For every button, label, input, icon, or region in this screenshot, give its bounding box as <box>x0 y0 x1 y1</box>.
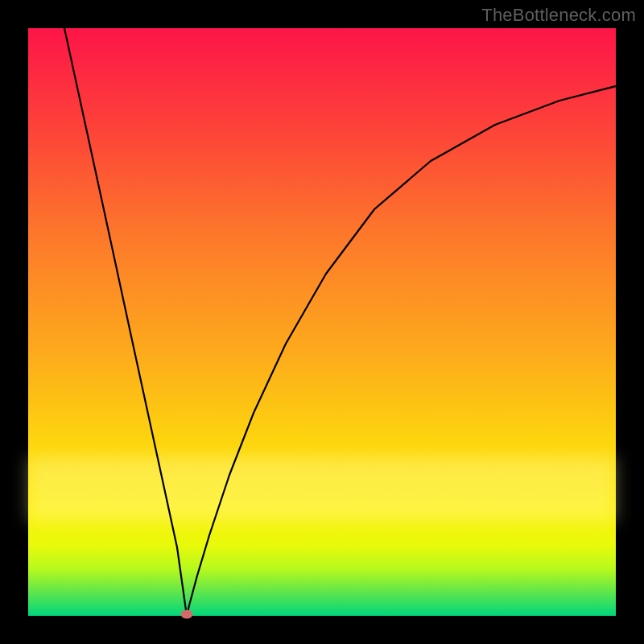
bottleneck-curve <box>28 28 616 616</box>
chart-frame: TheBottleneck.com <box>0 0 644 644</box>
watermark-text: TheBottleneck.com <box>481 5 636 26</box>
minimum-marker <box>181 610 193 619</box>
glow-band <box>28 457 616 522</box>
plot-area <box>28 28 616 616</box>
